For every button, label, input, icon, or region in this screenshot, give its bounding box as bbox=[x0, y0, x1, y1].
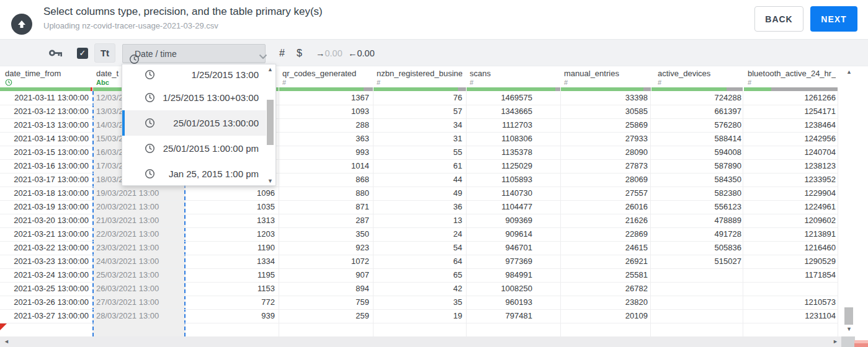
clock-icon bbox=[145, 69, 155, 80]
clock-icon bbox=[145, 92, 155, 103]
table-scroll-left-icon[interactable]: ◄ bbox=[4, 339, 9, 345]
number-type-button[interactable]: # bbox=[279, 40, 285, 67]
table-cell: 54 bbox=[374, 241, 462, 255]
table-cell: 993 bbox=[279, 146, 369, 159]
table-cell: 491728 bbox=[651, 227, 741, 241]
table-cell: 1254171 bbox=[744, 105, 836, 118]
table-cell: 556123 bbox=[651, 200, 741, 214]
table-cell: 1112703 bbox=[467, 118, 532, 132]
table-cell: 25/03/2021 13:00 bbox=[92, 268, 186, 282]
table-cell: 1140730 bbox=[467, 187, 532, 200]
table-cell: 772 bbox=[186, 296, 275, 309]
column-type-toolbar: ✓ Tt Date / time # $ →0.00 ←0.00 bbox=[0, 39, 868, 66]
decrease-precision-button[interactable]: ←0.00 bbox=[348, 40, 375, 67]
increase-precision-button[interactable]: →0.00 bbox=[316, 40, 342, 67]
table-cell: 25869 bbox=[561, 118, 648, 132]
table-cell: 30585 bbox=[561, 105, 648, 118]
dropdown-scroll-up-icon[interactable]: ▲ bbox=[266, 67, 275, 72]
table-scroll-down-icon[interactable]: ▼ bbox=[844, 327, 854, 332]
table-cell: 1261266 bbox=[744, 91, 836, 105]
table-cell: 21626 bbox=[561, 214, 648, 227]
table-cell: 61 bbox=[374, 159, 462, 173]
date-format-option[interactable]: Jan 25, 2015 1:00 pm bbox=[122, 161, 266, 186]
table-scroll-up-icon[interactable]: ▲ bbox=[844, 69, 854, 75]
column-header-active_devices[interactable]: active_devices bbox=[658, 69, 741, 78]
upload-status: Uploading nz-covid-tracer-usage-2021-03-… bbox=[43, 21, 218, 30]
table-cell: 984991 bbox=[467, 268, 532, 282]
date-format-option[interactable]: 25/01/2015 13:00:00 bbox=[122, 110, 266, 136]
table-cell: 2021-03-27 13:00:00 bbox=[0, 309, 91, 323]
table-cell: 2021-03-18 13:00:00 bbox=[0, 187, 91, 200]
date-format-dropdown: 1/25/2015 13:001/25/2015 13:00+03:0025/0… bbox=[122, 64, 276, 186]
table-cell: 1213891 bbox=[744, 227, 836, 241]
table-cell: 584350 bbox=[651, 173, 741, 187]
table-cell: 594008 bbox=[651, 146, 741, 159]
row-divider bbox=[0, 323, 838, 323]
number-type-icon: # bbox=[377, 79, 380, 87]
table-cell: 1171854 bbox=[744, 268, 836, 282]
table-cell: 1238464 bbox=[744, 118, 836, 132]
table-vscroll-thumb[interactable] bbox=[844, 307, 853, 325]
column-header-bluetooth_active_24_hr_[interactable]: bluetooth_active_24_hr_ bbox=[748, 69, 836, 78]
table-cell: 24615 bbox=[561, 241, 648, 255]
dropdown-scroll-down-icon[interactable]: ▼ bbox=[266, 178, 275, 184]
text-type-button[interactable]: Tt bbox=[94, 43, 115, 63]
table-cell: 27/03/2021 13:00 bbox=[92, 296, 186, 309]
date-format-option[interactable]: 25/01/2015 1:00:00 pm bbox=[122, 136, 266, 161]
table-cell: 909614 bbox=[467, 227, 532, 241]
table-cell: 2021-03-19 13:00:00 bbox=[0, 200, 91, 214]
table-cell: 350 bbox=[279, 227, 369, 241]
upload-icon bbox=[11, 14, 32, 35]
table-cell: 1209602 bbox=[744, 214, 836, 227]
table-cell: 1229904 bbox=[744, 187, 836, 200]
column-divider bbox=[838, 91, 838, 336]
number-type-icon: # bbox=[470, 79, 473, 87]
table-cell: 28090 bbox=[561, 146, 648, 159]
table-cell: 44 bbox=[374, 173, 462, 187]
date-format-select[interactable]: Date / time bbox=[122, 44, 266, 63]
table-cell: 27933 bbox=[561, 132, 648, 146]
table-cell: 2021-03-25 13:00:00 bbox=[0, 282, 91, 296]
table-cell: 34 bbox=[374, 118, 462, 132]
column-divider bbox=[743, 91, 743, 336]
table-cell: 1231104 bbox=[744, 309, 836, 323]
table-cell: 1210573 bbox=[744, 296, 836, 309]
checked-checkbox[interactable]: ✓ bbox=[77, 48, 88, 59]
column-header-qr_codes_generated[interactable]: qr_codes_generated bbox=[282, 69, 369, 78]
column-header-nzbn_registered_busine[interactable]: nzbn_registered_busine bbox=[377, 69, 462, 78]
table-cell: 909369 bbox=[467, 214, 532, 227]
table-cell: 259 bbox=[279, 309, 369, 323]
table-cell: 13 bbox=[374, 214, 462, 227]
table-cell: 894 bbox=[279, 282, 369, 296]
date-format-option[interactable]: 1/25/2015 13:00+03:00 bbox=[122, 85, 266, 110]
date-format-option[interactable]: 1/25/2015 13:00 bbox=[122, 64, 266, 85]
table-cell: 27557 bbox=[561, 187, 648, 200]
column-header-date_time_from[interactable]: date_time_from bbox=[5, 69, 91, 78]
table-cell: 1216460 bbox=[744, 241, 836, 255]
table-hscrollbar[interactable] bbox=[0, 336, 841, 347]
table-cell: 2021-03-13 13:00:00 bbox=[0, 118, 91, 132]
table-cell: 588414 bbox=[651, 132, 741, 146]
number-type-icon: # bbox=[282, 79, 286, 87]
table-cell: 35 bbox=[374, 296, 462, 309]
number-type-icon: # bbox=[748, 79, 751, 87]
next-button[interactable]: NEXT bbox=[810, 6, 857, 32]
table-cell: 2021-03-24 13:00:00 bbox=[0, 268, 91, 282]
table-scroll-right-icon[interactable]: ► bbox=[833, 339, 838, 345]
table-cell: 23/03/2021 13:00 bbox=[92, 241, 186, 255]
date-format-option-label: 25/01/2015 13:00:00 bbox=[173, 118, 259, 128]
back-button[interactable]: BACK bbox=[754, 6, 803, 32]
table-cell: 2021-03-14 13:00:00 bbox=[0, 132, 91, 146]
table-cell: 19/03/2021 13:00 bbox=[92, 187, 186, 200]
column-header-manual_entries[interactable]: manual_entries bbox=[564, 69, 648, 78]
currency-type-button[interactable]: $ bbox=[297, 40, 302, 67]
table-cell: 26782 bbox=[561, 282, 648, 296]
table-cell: 287 bbox=[279, 214, 369, 227]
table-cell: 1290529 bbox=[744, 255, 836, 268]
table-cell: 1105893 bbox=[467, 173, 532, 187]
column-divider bbox=[650, 91, 651, 336]
clock-icon bbox=[145, 118, 155, 128]
column-header-scans[interactable]: scans bbox=[470, 69, 532, 78]
clock-icon bbox=[145, 169, 155, 179]
dropdown-scroll-thumb[interactable] bbox=[267, 100, 274, 145]
